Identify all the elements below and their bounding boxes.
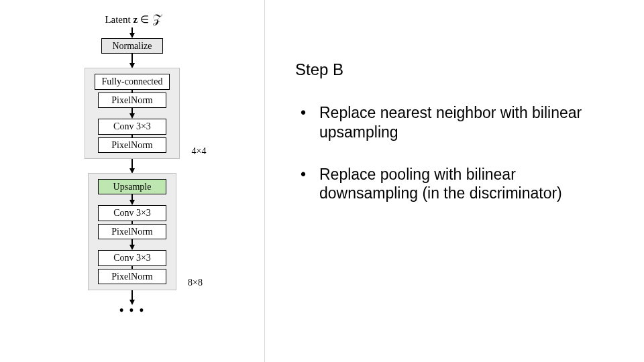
conv3x3-box: Conv 3×3 [98, 250, 166, 265]
bullet-item: Replace nearest neighbor with bilinear u… [295, 103, 597, 142]
conv3x3-box: Conv 3×3 [98, 119, 166, 134]
latent-label: Latent z ∈ 𝒵 [105, 12, 159, 26]
normalize-box: Normalize [101, 38, 163, 54]
arrow-icon [129, 108, 135, 119]
bullet-list: Replace nearest neighbor with bilinear u… [295, 103, 597, 203]
step-title: Step B [295, 60, 597, 79]
ellipsis-icon: • • • [119, 304, 145, 318]
block-8x8: Upsample Conv 3×3 PixelNorm Conv 3×3 Pix… [88, 173, 176, 290]
arrow-icon [129, 54, 135, 68]
pixelnorm-box: PixelNorm [98, 137, 166, 153]
latent-text-prefix: Latent [105, 14, 133, 25]
bullet-item: Replace pooling with bilinear downsampli… [295, 165, 597, 204]
generator-diagram: Latent z ∈ 𝒵 Normalize Fully-connected P… [72, 12, 193, 362]
upsample-box: Upsample [98, 179, 166, 194]
latent-set: 𝒵 [152, 12, 160, 25]
pixelnorm-box: PixelNorm [98, 224, 166, 239]
arrow-icon [129, 27, 135, 38]
block-size-label: 4×4 [192, 146, 207, 157]
pixelnorm-box: PixelNorm [98, 269, 166, 284]
arrow-icon [129, 239, 135, 250]
arrow-icon [129, 290, 135, 305]
block-size-label: 8×8 [188, 278, 203, 288]
pixelnorm-box: PixelNorm [98, 93, 166, 108]
arrow-icon [129, 194, 135, 205]
fully-connected-box: Fully-connected [95, 74, 170, 89]
latent-in: ∈ [138, 14, 152, 25]
arrow-icon [129, 159, 135, 174]
text-panel: Step B Replace nearest neighbor with bil… [265, 0, 644, 362]
diagram-panel: Latent z ∈ 𝒵 Normalize Fully-connected P… [0, 0, 265, 362]
conv3x3-box: Conv 3×3 [98, 205, 166, 221]
block-4x4: Fully-connected PixelNorm Conv 3×3 Pixel… [85, 68, 180, 159]
